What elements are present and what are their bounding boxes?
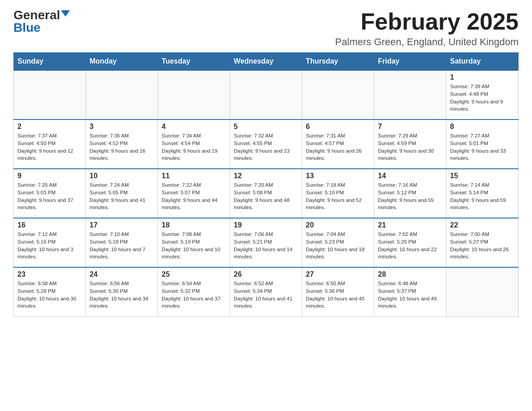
calendar-cell: 24Sunrise: 6:56 AM Sunset: 5:30 PM Dayli…	[86, 267, 158, 317]
location-title: Palmers Green, England, United Kingdom	[335, 36, 519, 48]
day-number: 17	[90, 221, 154, 229]
calendar-week-row: 9Sunrise: 7:25 AM Sunset: 5:03 PM Daylig…	[14, 169, 519, 218]
calendar-week-row: 16Sunrise: 7:12 AM Sunset: 5:16 PM Dayli…	[14, 218, 519, 267]
day-info: Sunrise: 7:18 AM Sunset: 5:10 PM Dayligh…	[306, 181, 370, 211]
day-info: Sunrise: 7:24 AM Sunset: 5:05 PM Dayligh…	[90, 181, 154, 211]
calendar-cell	[86, 70, 158, 120]
day-info: Sunrise: 7:06 AM Sunset: 5:21 PM Dayligh…	[234, 231, 298, 261]
day-info: Sunrise: 7:08 AM Sunset: 5:19 PM Dayligh…	[162, 231, 226, 261]
day-info: Sunrise: 7:10 AM Sunset: 5:18 PM Dayligh…	[90, 231, 154, 261]
day-number: 8	[450, 123, 515, 131]
day-number: 18	[162, 221, 226, 229]
day-number: 10	[90, 172, 154, 180]
day-number: 4	[162, 123, 226, 131]
day-number: 22	[450, 221, 515, 229]
day-number: 3	[90, 123, 154, 131]
calendar-cell: 4Sunrise: 7:34 AM Sunset: 4:54 PM Daylig…	[158, 120, 230, 169]
calendar-header-friday: Friday	[374, 53, 446, 71]
day-number: 13	[306, 172, 370, 180]
calendar-cell: 3Sunrise: 7:36 AM Sunset: 4:52 PM Daylig…	[86, 120, 158, 169]
calendar-header-saturday: Saturday	[446, 53, 519, 71]
calendar-cell: 8Sunrise: 7:27 AM Sunset: 5:01 PM Daylig…	[446, 120, 519, 169]
day-info: Sunrise: 6:50 AM Sunset: 5:36 PM Dayligh…	[306, 280, 370, 310]
calendar-cell: 13Sunrise: 7:18 AM Sunset: 5:10 PM Dayli…	[302, 169, 374, 218]
calendar-cell: 15Sunrise: 7:14 AM Sunset: 5:14 PM Dayli…	[446, 169, 519, 218]
day-info: Sunrise: 7:22 AM Sunset: 5:07 PM Dayligh…	[162, 181, 226, 211]
calendar-cell: 16Sunrise: 7:12 AM Sunset: 5:16 PM Dayli…	[14, 218, 86, 267]
logo-blue-text: Blue	[13, 21, 41, 34]
calendar-cell: 20Sunrise: 7:04 AM Sunset: 5:23 PM Dayli…	[302, 218, 374, 267]
calendar-cell: 5Sunrise: 7:32 AM Sunset: 4:55 PM Daylig…	[230, 120, 302, 169]
calendar-cell: 22Sunrise: 7:00 AM Sunset: 5:27 PM Dayli…	[446, 218, 519, 267]
calendar-cell: 23Sunrise: 6:58 AM Sunset: 5:28 PM Dayli…	[14, 267, 86, 317]
day-number: 23	[17, 270, 82, 278]
calendar-cell	[14, 70, 86, 120]
day-info: Sunrise: 7:20 AM Sunset: 5:08 PM Dayligh…	[234, 181, 298, 211]
calendar-cell: 9Sunrise: 7:25 AM Sunset: 5:03 PM Daylig…	[14, 169, 86, 218]
day-info: Sunrise: 6:54 AM Sunset: 5:32 PM Dayligh…	[162, 280, 226, 310]
calendar-cell	[446, 267, 519, 317]
calendar-header-row: SundayMondayTuesdayWednesdayThursdayFrid…	[14, 53, 519, 71]
day-number: 24	[90, 270, 154, 278]
logo-arrow-icon	[61, 10, 70, 17]
day-info: Sunrise: 6:56 AM Sunset: 5:30 PM Dayligh…	[90, 280, 154, 310]
logo-general-text: General	[13, 9, 60, 21]
calendar-cell	[158, 70, 230, 120]
calendar-cell	[302, 70, 374, 120]
day-info: Sunrise: 7:25 AM Sunset: 5:03 PM Dayligh…	[17, 181, 82, 211]
day-info: Sunrise: 7:02 AM Sunset: 5:25 PM Dayligh…	[378, 231, 442, 261]
day-number: 26	[234, 270, 298, 278]
day-info: Sunrise: 7:32 AM Sunset: 4:55 PM Dayligh…	[234, 132, 298, 162]
calendar-cell: 28Sunrise: 6:48 AM Sunset: 5:37 PM Dayli…	[374, 267, 446, 317]
calendar-cell: 25Sunrise: 6:54 AM Sunset: 5:32 PM Dayli…	[158, 267, 230, 317]
day-info: Sunrise: 7:00 AM Sunset: 5:27 PM Dayligh…	[450, 231, 515, 261]
calendar-cell: 27Sunrise: 6:50 AM Sunset: 5:36 PM Dayli…	[302, 267, 374, 317]
calendar-cell: 21Sunrise: 7:02 AM Sunset: 5:25 PM Dayli…	[374, 218, 446, 267]
day-number: 6	[306, 123, 370, 131]
title-block: February 2025 Palmers Green, England, Un…	[335, 9, 519, 48]
calendar-cell: 26Sunrise: 6:52 AM Sunset: 5:34 PM Dayli…	[230, 267, 302, 317]
calendar-cell: 17Sunrise: 7:10 AM Sunset: 5:18 PM Dayli…	[86, 218, 158, 267]
calendar-header-tuesday: Tuesday	[158, 53, 230, 71]
month-title: February 2025	[335, 9, 519, 34]
day-info: Sunrise: 7:14 AM Sunset: 5:14 PM Dayligh…	[450, 181, 515, 211]
day-number: 11	[162, 172, 226, 180]
day-info: Sunrise: 7:34 AM Sunset: 4:54 PM Dayligh…	[162, 132, 226, 162]
calendar-header-wednesday: Wednesday	[230, 53, 302, 71]
day-number: 21	[378, 221, 442, 229]
calendar-cell	[230, 70, 302, 120]
calendar-header-sunday: Sunday	[14, 53, 86, 71]
calendar-cell: 19Sunrise: 7:06 AM Sunset: 5:21 PM Dayli…	[230, 218, 302, 267]
calendar-week-row: 2Sunrise: 7:37 AM Sunset: 4:50 PM Daylig…	[14, 120, 519, 169]
day-info: Sunrise: 7:04 AM Sunset: 5:23 PM Dayligh…	[306, 231, 370, 261]
calendar-cell: 18Sunrise: 7:08 AM Sunset: 5:19 PM Dayli…	[158, 218, 230, 267]
calendar-table: SundayMondayTuesdayWednesdayThursdayFrid…	[13, 52, 519, 317]
calendar-cell: 1Sunrise: 7:39 AM Sunset: 4:48 PM Daylig…	[446, 70, 519, 120]
calendar-cell: 11Sunrise: 7:22 AM Sunset: 5:07 PM Dayli…	[158, 169, 230, 218]
day-number: 28	[378, 270, 442, 278]
calendar-cell: 2Sunrise: 7:37 AM Sunset: 4:50 PM Daylig…	[14, 120, 86, 169]
calendar-cell: 14Sunrise: 7:16 AM Sunset: 5:12 PM Dayli…	[374, 169, 446, 218]
day-number: 2	[17, 123, 82, 131]
day-number: 15	[450, 172, 515, 180]
calendar-cell: 6Sunrise: 7:31 AM Sunset: 4:57 PM Daylig…	[302, 120, 374, 169]
day-info: Sunrise: 7:29 AM Sunset: 4:59 PM Dayligh…	[378, 132, 442, 162]
day-number: 9	[17, 172, 82, 180]
day-number: 25	[162, 270, 226, 278]
calendar-cell	[374, 70, 446, 120]
day-info: Sunrise: 7:36 AM Sunset: 4:52 PM Dayligh…	[90, 132, 154, 162]
day-info: Sunrise: 7:27 AM Sunset: 5:01 PM Dayligh…	[450, 132, 515, 162]
day-number: 12	[234, 172, 298, 180]
calendar-cell: 7Sunrise: 7:29 AM Sunset: 4:59 PM Daylig…	[374, 120, 446, 169]
calendar-header-monday: Monday	[86, 53, 158, 71]
day-info: Sunrise: 7:31 AM Sunset: 4:57 PM Dayligh…	[306, 132, 370, 162]
page-header: General Blue February 2025 Palmers Green…	[13, 9, 519, 48]
calendar-header-thursday: Thursday	[302, 53, 374, 71]
day-number: 27	[306, 270, 370, 278]
day-info: Sunrise: 7:37 AM Sunset: 4:50 PM Dayligh…	[17, 132, 82, 162]
calendar-week-row: 1Sunrise: 7:39 AM Sunset: 4:48 PM Daylig…	[14, 70, 519, 120]
day-number: 5	[234, 123, 298, 131]
day-info: Sunrise: 6:58 AM Sunset: 5:28 PM Dayligh…	[17, 280, 82, 310]
day-info: Sunrise: 7:16 AM Sunset: 5:12 PM Dayligh…	[378, 181, 442, 211]
day-info: Sunrise: 6:52 AM Sunset: 5:34 PM Dayligh…	[234, 280, 298, 310]
